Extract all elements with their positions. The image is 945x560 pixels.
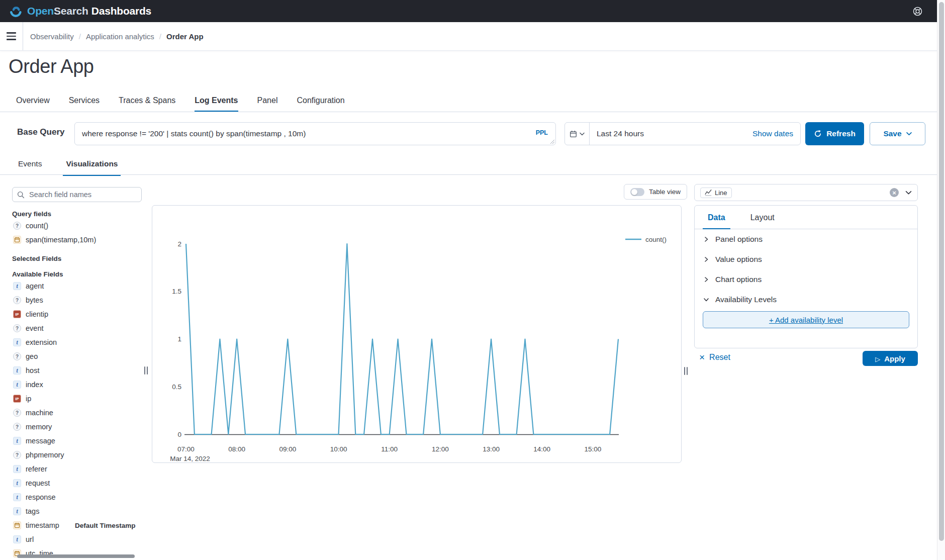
viz-type-select[interactable]: Line	[694, 184, 918, 201]
chevron-right-icon	[703, 256, 710, 263]
table-view-toggle[interactable]: Table view	[624, 184, 687, 200]
field-type-unknown-icon: ?	[13, 451, 21, 459]
field-type-string-icon: t	[13, 493, 21, 501]
field-type-ip-icon: IP	[13, 310, 21, 318]
subtabs-divider	[0, 174, 937, 175]
toggle-switch-icon	[630, 188, 644, 196]
accordion-chart-options[interactable]: Chart options	[703, 269, 909, 290]
field-item-timestamp[interactable]: timestampDefault Timestamp	[12, 518, 142, 532]
calendar-button[interactable]	[565, 123, 590, 145]
refresh-button[interactable]: Refresh	[805, 122, 864, 145]
field-type-date-icon	[13, 236, 21, 244]
ppl-link[interactable]: PPL	[536, 129, 548, 136]
field-type-string-icon: t	[13, 437, 21, 445]
field-type-string-icon: t	[13, 366, 21, 375]
sidebar-horizontal-scrollbar[interactable]	[17, 554, 135, 558]
window-scrollbar[interactable]	[937, 0, 945, 560]
line-chart[interactable]: 00.511.5207:0008:0009:0010:0011:0012:001…	[152, 205, 682, 463]
tab-panel[interactable]: Panel	[257, 96, 278, 112]
field-item-host[interactable]: thost	[12, 363, 142, 378]
help-icon[interactable]	[911, 5, 924, 18]
tab-services[interactable]: Services	[69, 96, 100, 112]
show-dates-button[interactable]: Show dates	[752, 129, 800, 138]
right-panel-resize-handle[interactable]	[684, 367, 688, 375]
field-item-machine[interactable]: ?machine	[12, 406, 142, 420]
field-name: span(timestamp,10m)	[26, 236, 96, 244]
field-item-phpmemory[interactable]: ?phpmemory	[12, 448, 142, 462]
accordion-label: Value options	[715, 255, 762, 264]
field-search-input[interactable]	[28, 190, 141, 199]
field-name: clientip	[26, 310, 48, 318]
scrollbar-thumb[interactable]	[939, 2, 944, 541]
left-panel-resize-handle[interactable]	[144, 366, 148, 375]
opensearch-logo-icon	[9, 5, 23, 18]
logo-search: Search	[54, 5, 88, 17]
chevron-down-icon	[580, 132, 585, 136]
time-range-value[interactable]: Last 24 hours	[590, 129, 752, 138]
accordion-value-options[interactable]: Value options	[703, 249, 909, 269]
base-query-label: Base Query	[17, 127, 65, 137]
field-item-count[interactable]: ?count()	[12, 219, 142, 233]
refresh-icon	[814, 130, 822, 138]
field-name: phpmemory	[26, 451, 64, 459]
tab-configuration[interactable]: Configuration	[297, 96, 344, 112]
clear-selection-icon[interactable]	[890, 188, 899, 197]
subtab-events[interactable]: Events	[15, 159, 45, 176]
field-item-tags[interactable]: ttags	[12, 504, 142, 518]
apply-button[interactable]: Apply	[863, 351, 918, 366]
accordion-availability-levels[interactable]: Availability Levels	[703, 290, 909, 310]
breadcrumb-item-observability[interactable]: Observability	[30, 32, 74, 41]
chevron-down-icon	[906, 132, 912, 136]
field-item-geo[interactable]: ?geo	[12, 349, 142, 363]
field-item-referer[interactable]: treferer	[12, 462, 142, 476]
refresh-label: Refresh	[826, 129, 856, 138]
add-availability-level-button[interactable]: + Add availability level	[703, 311, 909, 328]
save-button[interactable]: Save	[870, 122, 925, 145]
chevron-right-icon	[703, 276, 710, 283]
menu-button[interactable]	[0, 22, 23, 50]
field-type-unknown-icon: ?	[13, 409, 21, 417]
field-name: message	[26, 437, 55, 445]
field-type-date-icon	[13, 521, 21, 529]
query-input[interactable]	[74, 122, 556, 145]
field-item-index[interactable]: tindex	[12, 378, 142, 392]
config-tab-layout[interactable]: Layout	[745, 213, 780, 229]
field-item-span-timestamp-10m[interactable]: span(timestamp,10m)	[12, 233, 142, 247]
tab-log-events[interactable]: Log Events	[195, 96, 238, 112]
field-name: memory	[26, 423, 52, 431]
tab-overview[interactable]: Overview	[16, 96, 50, 112]
config-tab-data[interactable]: Data	[703, 213, 730, 229]
field-type-string-icon: t	[13, 282, 21, 290]
field-item-request[interactable]: trequest	[12, 476, 142, 490]
field-name: host	[26, 366, 39, 375]
field-name: response	[26, 493, 56, 501]
accordion-label: Panel options	[715, 235, 763, 244]
breadcrumb-item-application-analytics[interactable]: Application analytics	[86, 32, 154, 41]
field-item-agent[interactable]: tagent	[12, 279, 142, 293]
field-item-message[interactable]: tmessage	[12, 434, 142, 448]
query-box: PPL	[74, 122, 556, 145]
search-icon	[17, 191, 25, 199]
field-name: index	[26, 381, 43, 389]
field-type-string-icon: t	[13, 465, 21, 473]
field-item-memory[interactable]: ?memory	[12, 420, 142, 434]
svg-text:08:00: 08:00	[228, 445, 245, 453]
field-item-ip[interactable]: IPip	[12, 392, 142, 406]
reset-button[interactable]: Reset	[699, 352, 730, 362]
field-item-event[interactable]: ?event	[12, 321, 142, 335]
field-item-url[interactable]: turl	[12, 532, 142, 546]
accordion-panel-options[interactable]: Panel options	[703, 229, 909, 249]
field-type-ip-icon: IP	[13, 395, 21, 403]
field-name: extension	[26, 338, 57, 346]
subtab-visualizations[interactable]: Visualizations	[63, 159, 121, 176]
field-item-response[interactable]: tresponse	[12, 490, 142, 504]
field-item-clientip[interactable]: IPclientip	[12, 307, 142, 321]
chevron-down-icon[interactable]	[905, 191, 912, 195]
viz-type-label: Line	[715, 189, 727, 197]
field-item-bytes[interactable]: ?bytes	[12, 293, 142, 307]
field-item-extension[interactable]: textension	[12, 335, 142, 349]
query-resize-handle[interactable]	[550, 139, 555, 144]
breadcrumb-separator: /	[79, 32, 81, 41]
field-section-title: Available Fields	[12, 270, 142, 278]
tab-traces-spans[interactable]: Traces & Spans	[119, 96, 175, 112]
